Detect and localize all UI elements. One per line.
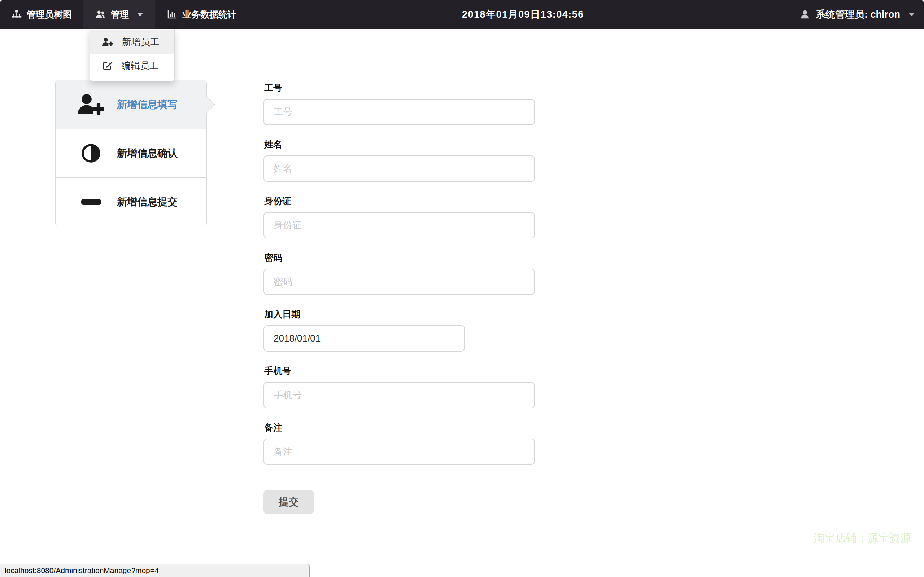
navbar-user-menu[interactable]: 系统管理员: chiron <box>788 0 924 29</box>
join-date-input[interactable] <box>263 325 465 351</box>
top-navbar: 管理员树图 管理 <box>0 0 924 29</box>
minus-icon <box>76 199 106 205</box>
menu-item-label: 编辑员工 <box>121 60 159 72</box>
user-plus-icon <box>76 93 106 116</box>
field-group-id-card: 身份证 <box>263 195 552 239</box>
chevron-down-icon <box>908 13 915 16</box>
sitemap-icon <box>11 10 22 19</box>
pencil-square-icon <box>102 60 113 71</box>
field-group-password: 密码 <box>263 252 552 295</box>
id-card-input[interactable] <box>263 212 535 239</box>
field-group-name: 姓名 <box>263 139 552 182</box>
active-step-arrow <box>198 96 215 113</box>
nav-item-label: 管理员树图 <box>27 9 72 21</box>
bar-chart-icon <box>166 9 177 20</box>
step-label: 新增信息填写 <box>117 98 178 111</box>
adjust-icon <box>76 143 106 164</box>
nav-item-business-stats[interactable]: 业务数据统计 <box>155 0 248 29</box>
nav-item-label: 业务数据统计 <box>182 9 236 21</box>
nav-item-admin-tree[interactable]: 管理员树图 <box>0 0 83 29</box>
nav-item-label: 管理 <box>111 9 129 21</box>
field-label: 身份证 <box>264 195 552 207</box>
browser-status-bar: localhost:8080/AdministrationManage?mop=… <box>0 564 310 577</box>
field-label: 密码 <box>264 252 552 264</box>
user-icon <box>800 9 810 20</box>
navbar-datetime: 2018年01月09日13:04:56 <box>450 0 584 29</box>
datetime-text: 2018年01月09日13:04:56 <box>462 8 584 21</box>
menu-item-label: 新增员工 <box>122 36 160 48</box>
navbar-left-group: 管理员树图 管理 <box>0 0 248 29</box>
field-label: 工号 <box>264 82 552 94</box>
submit-button[interactable]: 提交 <box>263 490 314 514</box>
step-label: 新增信息提交 <box>117 195 178 209</box>
new-employee-form: 工号 姓名 身份证 密码 加入日期 手机号 备注 提交 <box>263 82 552 514</box>
step-fill-info[interactable]: 新增信息填写 <box>56 81 207 129</box>
user-plus-icon <box>102 37 113 47</box>
step-label: 新增信息确认 <box>117 147 178 160</box>
user-label: 系统管理员: chiron <box>816 8 900 21</box>
phone-input[interactable] <box>263 382 535 408</box>
name-input[interactable] <box>263 155 535 182</box>
remarks-input[interactable] <box>263 438 535 465</box>
status-url: localhost:8080/AdministrationManage?mop=… <box>5 566 159 575</box>
field-label: 加入日期 <box>264 308 552 320</box>
chevron-down-icon <box>137 13 143 16</box>
field-label: 手机号 <box>264 365 552 377</box>
menu-item-edit-employee[interactable]: 编辑员工 <box>90 54 174 77</box>
field-group-remarks: 备注 <box>263 422 552 465</box>
nav-item-manage[interactable]: 管理 <box>83 0 155 29</box>
users-icon <box>95 9 106 20</box>
field-group-join-date: 加入日期 <box>263 308 552 351</box>
watermark-text: 淘宝店铺：源宝资源 <box>814 531 911 546</box>
field-label: 姓名 <box>264 139 552 150</box>
step-submit-info[interactable]: 新增信息提交 <box>56 178 207 226</box>
field-label: 备注 <box>264 422 552 434</box>
menu-item-add-employee[interactable]: 新增员工 <box>90 30 174 54</box>
password-input[interactable] <box>263 269 535 295</box>
step-wizard-panel: 新增信息填写 新增信息确认 新增信息提交 <box>55 80 207 226</box>
step-confirm-info[interactable]: 新增信息确认 <box>56 129 207 178</box>
manage-dropdown-menu: 新增员工 编辑员工 <box>89 29 175 81</box>
field-group-phone: 手机号 <box>263 365 552 408</box>
field-group-work-id: 工号 <box>263 82 552 125</box>
work-id-input[interactable] <box>263 99 535 125</box>
